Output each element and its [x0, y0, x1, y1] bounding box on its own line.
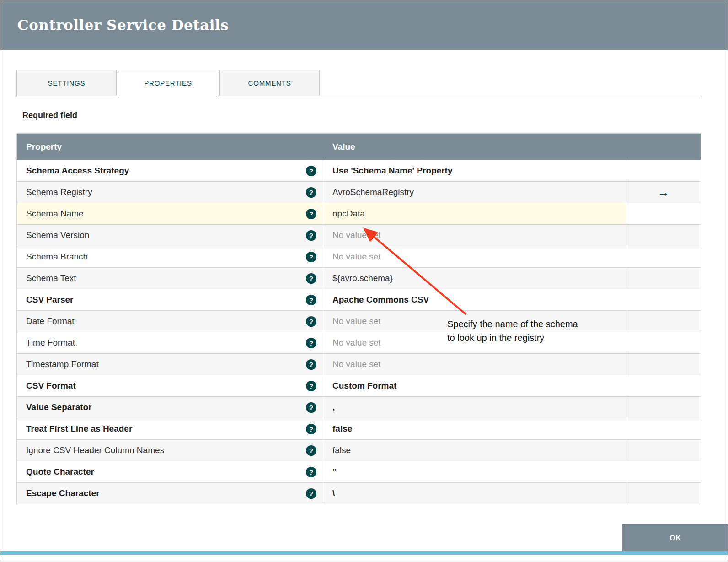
- property-cell: Quote Character?: [17, 461, 323, 482]
- value-cell[interactable]: ,: [323, 397, 626, 418]
- help-icon[interactable]: ?: [306, 252, 316, 262]
- property-label: Treat First Line as Header: [26, 424, 132, 434]
- property-label: Schema Version: [26, 230, 89, 240]
- goto-cell: [626, 225, 701, 246]
- property-label: Escape Character: [26, 488, 100, 498]
- property-cell: CSV Parser?: [17, 289, 323, 310]
- value-text: No value set: [332, 252, 381, 262]
- goto-cell: →: [626, 182, 701, 203]
- table-row: CSV Parser?Apache Commons CSV: [17, 289, 701, 310]
- help-icon[interactable]: ?: [306, 166, 316, 176]
- goto-cell: [626, 354, 701, 375]
- help-icon[interactable]: ?: [306, 359, 316, 370]
- property-cell: Schema Version?: [17, 225, 323, 246]
- goto-cell: [626, 268, 701, 289]
- table-row: Ignore CSV Header Column Names?false: [17, 439, 701, 461]
- properties-table-rows: Schema Access Strategy?Use 'Schema Name'…: [17, 160, 701, 504]
- property-label: CSV Parser: [26, 295, 74, 305]
- property-cell: CSV Format?: [17, 375, 323, 396]
- value-cell[interactable]: No value set: [323, 354, 626, 375]
- property-label: Schema Access Strategy: [26, 166, 129, 176]
- value-text: AvroSchemaRegistry: [332, 187, 414, 197]
- help-icon[interactable]: ?: [306, 381, 316, 391]
- value-cell[interactable]: No value set: [323, 246, 626, 267]
- property-label: Date Format: [26, 316, 75, 326]
- property-label: Quote Character: [26, 467, 94, 477]
- property-cell: Schema Text?: [17, 268, 323, 289]
- value-text: No value set: [332, 316, 381, 326]
- value-cell[interactable]: false: [323, 418, 626, 439]
- value-cell[interactable]: No value set: [323, 225, 626, 246]
- help-icon[interactable]: ?: [306, 488, 316, 499]
- property-cell: Time Format?: [17, 332, 323, 353]
- goto-cell: [626, 160, 701, 181]
- value-cell[interactable]: \: [323, 483, 626, 504]
- property-label: Schema Name: [26, 209, 84, 219]
- goto-cell: [626, 461, 701, 482]
- goto-cell: [626, 418, 701, 439]
- value-text: Custom Format: [332, 381, 396, 391]
- help-icon[interactable]: ?: [306, 273, 316, 284]
- go-to-service-icon[interactable]: →: [658, 186, 669, 198]
- actions-column-header: [626, 134, 701, 160]
- value-cell[interactable]: Use 'Schema Name' Property: [323, 160, 626, 181]
- value-text: false: [332, 445, 351, 455]
- property-cell: Schema Name?: [17, 203, 323, 224]
- help-icon[interactable]: ?: [306, 230, 316, 241]
- value-text: No value set: [332, 338, 381, 348]
- goto-cell: [626, 440, 701, 461]
- help-icon[interactable]: ?: [306, 424, 316, 434]
- help-icon[interactable]: ?: [306, 402, 316, 413]
- value-cell[interactable]: Custom Format: [323, 375, 626, 396]
- value-text: ": [332, 467, 337, 477]
- required-field-label: Required field: [22, 111, 728, 120]
- property-cell: Treat First Line as Header?: [17, 418, 323, 439]
- value-cell[interactable]: opcData: [323, 203, 626, 224]
- properties-table: Property Value Schema Access Strategy?Us…: [16, 133, 701, 504]
- help-icon[interactable]: ?: [306, 338, 316, 348]
- controller-service-details-dialog: Controller Service Details SETTINGS PROP…: [0, 0, 728, 562]
- tab-comments[interactable]: COMMENTS: [219, 70, 320, 96]
- property-label: Ignore CSV Header Column Names: [26, 445, 164, 455]
- dialog-title: Controller Service Details: [17, 17, 229, 33]
- table-row: CSV Format?Custom Format: [17, 375, 701, 396]
- property-label: Timestamp Format: [26, 359, 99, 369]
- value-cell[interactable]: false: [323, 440, 626, 461]
- value-cell[interactable]: Apache Commons CSV: [323, 289, 626, 310]
- goto-cell: [626, 375, 701, 396]
- value-text: No value set: [332, 359, 381, 369]
- help-icon[interactable]: ?: [306, 187, 316, 198]
- goto-cell: [626, 203, 701, 224]
- property-cell: Schema Access Strategy?: [17, 160, 323, 181]
- value-text: opcData: [332, 209, 365, 219]
- tab-properties[interactable]: PROPERTIES: [118, 70, 218, 96]
- property-label: Schema Text: [26, 273, 76, 283]
- table-row: Date Format?No value set: [17, 310, 701, 332]
- value-cell[interactable]: ${avro.schema}: [323, 268, 626, 289]
- value-text: ,: [332, 402, 335, 412]
- help-icon[interactable]: ?: [306, 316, 316, 327]
- property-cell: Schema Registry?: [17, 182, 323, 203]
- tab-settings[interactable]: SETTINGS: [16, 70, 117, 96]
- goto-cell: [626, 289, 701, 310]
- help-icon[interactable]: ?: [306, 209, 316, 219]
- value-text: \: [332, 488, 335, 498]
- table-row: Value Separator?,: [17, 396, 701, 418]
- table-row: Schema Version?No value set: [17, 224, 701, 246]
- help-icon[interactable]: ?: [306, 295, 316, 305]
- property-cell: Date Format?: [17, 311, 323, 332]
- property-cell: Value Separator?: [17, 397, 323, 418]
- goto-cell: [626, 246, 701, 267]
- property-cell: Timestamp Format?: [17, 354, 323, 375]
- table-row: Schema Text?${avro.schema}: [17, 267, 701, 289]
- goto-cell: [626, 483, 701, 504]
- ok-button[interactable]: OK: [622, 524, 728, 552]
- property-column-header: Property: [17, 134, 323, 160]
- table-row: Escape Character?\: [17, 482, 701, 504]
- help-icon[interactable]: ?: [306, 445, 316, 456]
- property-label: Schema Branch: [26, 252, 88, 262]
- help-icon[interactable]: ?: [306, 467, 316, 477]
- value-cell[interactable]: AvroSchemaRegistry: [323, 182, 626, 203]
- value-cell[interactable]: ": [323, 461, 626, 482]
- table-header-row: Property Value: [17, 134, 701, 160]
